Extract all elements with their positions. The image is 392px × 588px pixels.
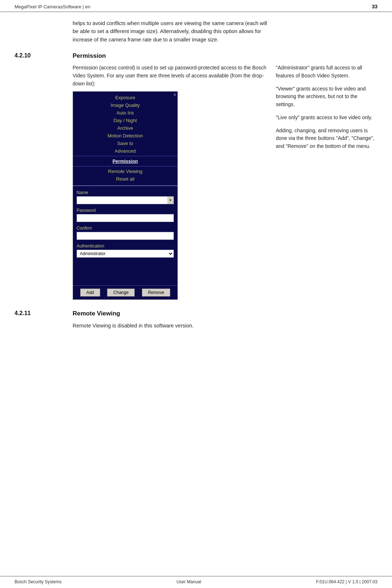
- nav-separator-2: [73, 166, 177, 166]
- nav-item-auto-iris[interactable]: Auto Iris: [73, 109, 177, 117]
- section-410-descriptions: "Administrator" grants full access to al…: [276, 64, 377, 300]
- main-content: helps to avoid conflicts when multiple u…: [0, 12, 392, 352]
- nav-item-advanced[interactable]: Advanced: [73, 147, 177, 155]
- name-dropdown-arrow[interactable]: ▼: [167, 196, 174, 204]
- section-411-title: Remote Viewing: [73, 310, 120, 317]
- footer-doc-type: User Manual: [176, 579, 201, 584]
- section-410-title: Permission: [73, 52, 106, 60]
- nav-separator-1: [73, 156, 177, 156]
- camera-settings-panel: × Exposure Image Quality Auto Iris Day /…: [73, 91, 178, 300]
- section-410-intro: Permission (access control) is used to s…: [73, 64, 269, 88]
- panel-action-buttons: Add Change Remove: [73, 285, 177, 299]
- auth-label: Authentication: [77, 243, 174, 249]
- name-form-group: Name ▼: [77, 190, 174, 204]
- nav-menu: Exposure Image Quality Auto Iris Day / N…: [73, 92, 177, 184]
- page-footer: Bosch Security Systems User Manual F.01U…: [0, 576, 392, 588]
- header-title: MegaPixel IP CamerasSoftware | en: [15, 4, 90, 9]
- nav-item-permission[interactable]: Permission: [73, 157, 177, 165]
- intro-paragraph: helps to avoid conflicts when multiple u…: [73, 19, 269, 44]
- nav-item-day-night[interactable]: Day / Night: [73, 117, 177, 124]
- auth-form-group: Authentication Administrator Viewer Live…: [77, 243, 174, 258]
- nav-item-image-quality[interactable]: Image Quality: [73, 101, 177, 109]
- footer-doc-ref: F.01U.064.422 | V 1.0 | 2007.03: [316, 579, 377, 584]
- confirm-input[interactable]: [77, 232, 174, 240]
- nav-item-reset-all[interactable]: Reset all: [73, 175, 177, 183]
- confirm-label: Confirm: [77, 226, 174, 231]
- name-input[interactable]: [77, 196, 174, 204]
- page-number: 33: [372, 4, 377, 9]
- section-410-heading: 4.2.10 Permission: [15, 52, 377, 60]
- remove-button[interactable]: Remove: [142, 289, 171, 297]
- desc-live-only: "Live only" grants access to live video …: [276, 114, 377, 122]
- desc-admin: "Administrator" grants full access to al…: [276, 64, 377, 80]
- name-label: Name: [77, 190, 174, 195]
- panel-form: Name ▼ Password Confirm: [73, 187, 177, 285]
- ui-panel-wrapper: Permission (access control) is used to s…: [73, 64, 269, 300]
- password-input[interactable]: [77, 214, 174, 222]
- password-form-group: Password: [77, 208, 174, 222]
- nav-item-motion-detection[interactable]: Motion Detection: [73, 132, 177, 140]
- name-input-wrapper: ▼: [77, 196, 174, 204]
- change-button[interactable]: Change: [107, 289, 135, 297]
- confirm-form-group: Confirm: [77, 226, 174, 240]
- form-spacer: [77, 261, 174, 283]
- section-411-number: 4.2.11: [15, 310, 73, 317]
- panel-form-separator: [73, 185, 177, 186]
- section-411-body: Remote Viewing is disabled in this softw…: [73, 322, 377, 330]
- nav-item-archive[interactable]: Archive: [73, 124, 177, 132]
- panel-close-button[interactable]: ×: [173, 92, 176, 97]
- section-411-heading: 4.2.11 Remote Viewing: [15, 310, 377, 317]
- page-header: MegaPixel IP CamerasSoftware | en 33: [0, 0, 392, 12]
- add-button[interactable]: Add: [80, 289, 100, 297]
- footer-company: Bosch Security Systems: [15, 579, 61, 584]
- desc-viewer: "Viewer" grants access to live video and…: [276, 85, 377, 109]
- auth-select[interactable]: Administrator Viewer Live only: [77, 250, 174, 258]
- section-411: 4.2.11 Remote Viewing Remote Viewing is …: [15, 310, 377, 330]
- password-label: Password: [77, 208, 174, 213]
- desc-buttons: Adding, changing, and removing users is …: [276, 127, 377, 150]
- nav-item-exposure[interactable]: Exposure: [73, 94, 177, 101]
- section-410-body: Permission (access control) is used to s…: [73, 64, 377, 300]
- nav-item-save-to[interactable]: Save to: [73, 140, 177, 147]
- section-410-number: 4.2.10: [15, 52, 73, 60]
- nav-item-remote-viewing[interactable]: Remote Viewing: [73, 168, 177, 175]
